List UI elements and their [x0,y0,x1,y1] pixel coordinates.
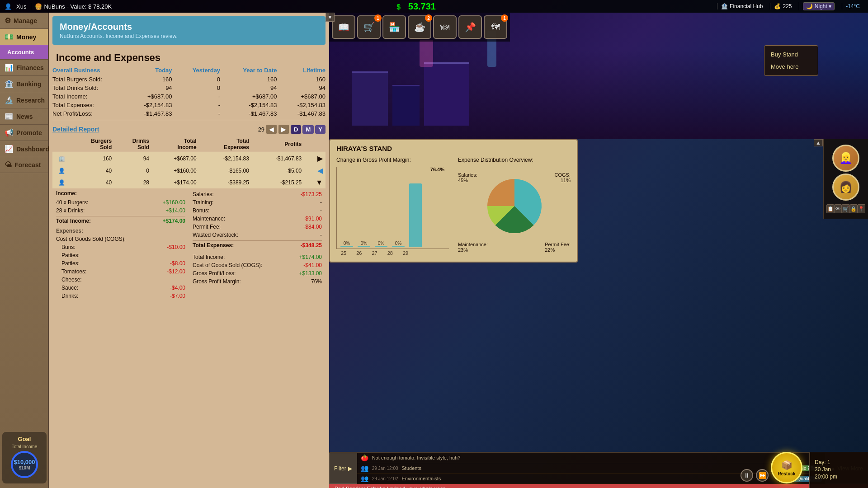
burgers-ytd: 160 [224,75,280,84]
bar-25 [340,246,353,247]
pause-button[interactable]: ⏸ [741,469,753,482]
sidebar-item-manage[interactable]: ⚙ Manage [0,13,48,29]
shop-button3[interactable]: 2 ☕ [408,15,431,39]
bar-28-label: 0% [395,241,401,246]
view-daily-button[interactable]: D [291,125,301,134]
report-row[interactable]: 👤 40 0 +$160.00 -$165.00 -$5.00 ◀ [52,164,326,177]
sidebar-item-forecast[interactable]: 🌤 Forecast [0,157,48,173]
night-button[interactable]: 🌙 Night ▾ [803,2,835,10]
eye-icon[interactable]: 👁 [834,204,842,213]
bar-x-29: 29 [403,250,408,256]
gross-margin-row: Gross Profit Margin: 76% [193,277,322,286]
panel-chevron-up[interactable]: ▲ [814,139,823,146]
maintenance-row: Maintenance: -$91.00 [193,215,322,223]
shop-button1[interactable]: 1 🛒 [357,15,381,39]
next-page-button[interactable]: ▶ [278,125,289,134]
prev-page-button[interactable]: ◀ [266,125,277,134]
sidebar-item-accounts[interactable]: Accounts [0,45,48,60]
collapse-button[interactable]: ▼ [326,13,335,22]
avatar2[interactable]: 👩 [832,174,859,201]
map-button[interactable]: 1 🗺 [484,15,507,39]
notif2-time: 29 Jan 12:00 [372,466,398,471]
restock-icon: 📦 [781,460,793,470]
table-row: Net Profit/Loss: -$1,467.83 - -$1,467.83… [49,109,329,118]
dollar-icon: $ [396,3,401,11]
view-yearly-button[interactable]: Y [315,125,326,134]
avatar1[interactable]: 👱‍♀️ [832,145,859,172]
building3 [424,62,469,126]
mode-section[interactable]: 🌙 Night ▾ [799,2,838,10]
burgers-income-value: +$160.00 [163,199,185,206]
location-icon[interactable]: 📍 [858,204,865,213]
notif3-icon: 👥 [361,475,368,482]
overstock-label: Wasted Overstock: [193,232,238,238]
bar-group-28: 0% [392,241,405,247]
avatars-panel: 👱‍♀️ 👩 📋 👁 🛒 🔒 📍 [823,139,868,219]
bar-x-25: 25 [341,250,346,256]
col-drinks-sold: DrinksSold [114,136,152,152]
fast-forward-button[interactable]: ⏩ [756,469,769,482]
tomatoes-row: Tomatoes: -$12.00 [56,267,185,276]
shop-button2[interactable]: 🏪 [382,15,406,39]
overstock-row: Wasted Overstock: - [193,231,322,239]
forecast-icon: 🌤 [5,161,12,169]
notif2-text: Students [402,465,794,471]
buy-stand-item[interactable]: Buy Stand [764,48,818,61]
report-row[interactable]: 👤 40 28 +$174.00 -$389.25 -$215.25 ▼ [52,177,326,188]
drinks-yesterday: 0 [176,84,224,92]
row2-burgers: 40 [71,164,114,177]
sidebar-item-banking[interactable]: 🏦 Banking [0,76,48,92]
pie-permit-label: Permit Fee:22% [545,242,571,253]
row3-arrow: ▼ [304,177,326,188]
netprofit-lifetime: -$1,467.83 [280,109,329,118]
goal-amount: $10,000 [14,459,35,465]
row3-expenses: -$389.25 [199,177,252,188]
report-table: BurgersSold DrinksSold TotalIncome Total… [52,136,326,188]
sidebar-forecast-label: Forecast [14,161,41,169]
pin-button[interactable]: 📌 [458,15,482,39]
sidebar-item-promote[interactable]: 📢 Promote [0,125,48,141]
business-name: NuBuns [44,3,65,10]
drinks-qty-label: 28 x Drinks: [56,207,85,214]
sidebar-item-dashboard[interactable]: 📈 Dashboard [0,141,48,157]
row3-income: +$174.00 [152,177,199,188]
lock-icon[interactable]: 🔒 [850,204,858,213]
netprofit-ytd: -$1,467.83 [224,109,280,118]
pie-maintenance-label: Maintenance:23% [458,242,488,253]
drinks-ytd: 94 [224,84,280,92]
promote-icon: 📢 [5,128,14,137]
player-icon: 👤 [5,3,12,10]
drinks-income-row: 28 x Drinks: +$14.00 [56,206,185,215]
recipe-button[interactable]: 🍽 [433,15,457,39]
sidebar-item-research[interactable]: 🔬 Research [0,92,48,108]
center-score: $ 53.731 [120,1,712,12]
move-here-item[interactable]: Move here [764,61,818,73]
clipboard-icon[interactable]: 📋 [826,204,834,213]
expenses-lifetime: -$2,154.83 [280,101,329,109]
right-total-income-row: Total Income: +$174.00 [193,253,322,261]
goal-box: Goal Total Income $10,000 $10M [2,432,47,483]
cogs-title-row: Cost of Goods Sold (COGS): [56,235,185,243]
sidebar-item-news[interactable]: 📰 News [0,108,48,125]
panel-title: Money/Accounts [60,22,318,32]
book-button[interactable]: 📖 [332,15,355,39]
sidebar-item-money[interactable]: 💵 Money [0,29,48,45]
bar-group-26: 0% [358,241,370,247]
sidebar-item-finances[interactable]: 📊 Finances [0,60,48,76]
report-row[interactable]: 🏢 160 94 +$687.00 -$2,154.83 -$1,467.83 … [52,152,326,165]
restock-button[interactable]: 📦 Restock [771,452,802,483]
view-monthly-button[interactable]: M [302,125,314,134]
hiraya-panel: HIRAYA'S STAND Change in Gross Profit Ma… [329,139,578,263]
income-yesterday: - [176,92,224,101]
day-row-2: 30 Jan [815,466,863,473]
row3-profits: -$215.25 [252,177,304,188]
table-row: Total Expenses: -$2,154.83 - -$2,154.83 … [49,101,329,109]
drinks-income-value: +$14.00 [165,207,185,214]
detail-section: Income: 40 x Burgers: +$160.00 28 x Drin… [49,188,329,305]
detailed-report-title[interactable]: Detailed Report [52,126,99,133]
time-display: 20:00 pm [815,474,863,480]
training-row: Training: - [193,198,322,206]
row-drinks-label: Total Drinks Sold: [49,84,127,92]
cart-icon[interactable]: 🛒 [842,204,849,213]
filter-button[interactable]: Filter ▶ [329,453,357,484]
